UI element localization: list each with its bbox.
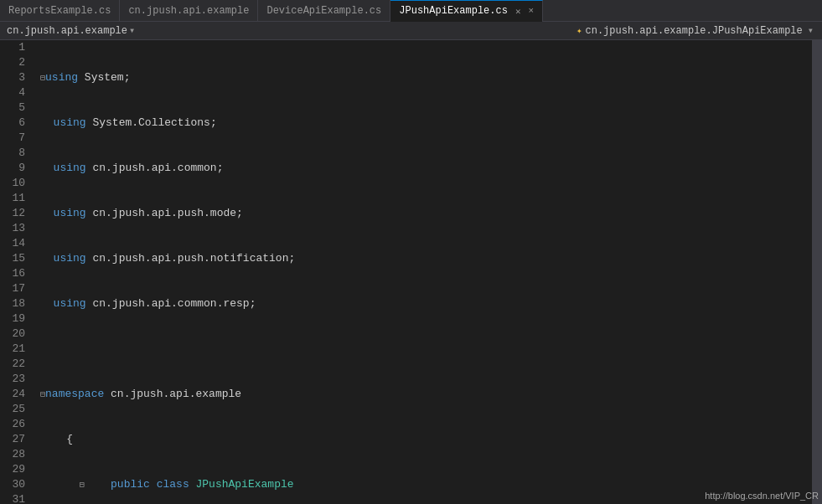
code-line-8: ⊟namespace cn.jpush.api.example xyxy=(40,387,812,402)
breadcrumb-namespace: cn.jpush.api.example ▾ xyxy=(7,24,137,37)
ln-19: 19 xyxy=(0,311,25,327)
code-line-1: ⊟using System; xyxy=(40,70,812,85)
ln-9: 9 xyxy=(0,161,25,176)
ln-17: 17 xyxy=(0,281,25,296)
ln-13: 13 xyxy=(0,221,25,236)
ln-29: 29 xyxy=(0,462,25,477)
breadcrumb-right-sep: ▾ xyxy=(808,24,814,37)
tab-label: JPushApiExample.cs xyxy=(399,5,508,17)
ln-16: 16 xyxy=(0,266,25,281)
code-line-4: using cn.jpush.api.push.mode; xyxy=(40,206,812,221)
tab-close-icon[interactable]: ✕ xyxy=(515,6,521,17)
ln-1: 1 xyxy=(0,40,25,55)
ln-20: 20 xyxy=(0,327,25,342)
editor-area: 1 2 3 4 5 6 7 8 9 10 11 12 13 14 15 16 1… xyxy=(0,40,822,504)
code-line-7 xyxy=(40,342,812,357)
code-line-9: { xyxy=(40,432,812,447)
code-line-6: using cn.jpush.api.common.resp; xyxy=(40,296,812,311)
ln-14: 14 xyxy=(0,236,25,251)
tab-namespace[interactable]: cn.jpush.api.example xyxy=(120,0,258,22)
tab-label: DeviceApiExample.cs xyxy=(266,5,381,17)
cs-icon: ✦ xyxy=(576,25,582,36)
breadcrumb-class-text: cn.jpush.api.example.JPushApiExample xyxy=(586,25,803,37)
ln-11: 11 xyxy=(0,191,25,206)
line-numbers: 1 2 3 4 5 6 7 8 9 10 11 12 13 14 15 16 1… xyxy=(0,40,32,504)
ln-8: 8 xyxy=(0,146,25,161)
ln-10: 10 xyxy=(0,176,25,191)
tab-label: cn.jpush.api.example xyxy=(128,5,249,17)
ln-27: 27 xyxy=(0,432,25,447)
tab-bar: ReportsExample.cs cn.jpush.api.example D… xyxy=(0,0,822,22)
code-line-5: using cn.jpush.api.push.notification; xyxy=(40,251,812,266)
ln-23: 23 xyxy=(0,372,25,387)
scrollbar[interactable] xyxy=(812,40,822,504)
code-line-10: ⊟ public class JPushApiExample xyxy=(40,477,812,492)
ln-3: 3 xyxy=(0,70,25,85)
ln-7: 7 xyxy=(0,131,25,146)
ln-5: 5 xyxy=(0,100,25,116)
tab-jpush[interactable]: JPushApiExample.cs ✕ × xyxy=(390,0,543,22)
tab-reports[interactable]: ReportsExample.cs xyxy=(0,0,120,22)
ln-21: 21 xyxy=(0,342,25,357)
ln-28: 28 xyxy=(0,447,25,462)
ln-25: 25 xyxy=(0,402,25,417)
code-line-3: using cn.jpush.api.common; xyxy=(40,161,812,176)
ln-12: 12 xyxy=(0,206,25,221)
code-line-2: using System.Collections; xyxy=(40,116,812,131)
ln-22: 22 xyxy=(0,357,25,372)
tab-pin-icon[interactable]: × xyxy=(529,6,535,16)
ln-31: 31 xyxy=(0,492,25,504)
ln-4: 4 xyxy=(0,85,25,100)
breadcrumb-right: ✦ cn.jpush.api.example.JPushApiExample ▾ xyxy=(576,24,815,37)
ln-18: 18 xyxy=(0,296,25,311)
tab-device[interactable]: DeviceApiExample.cs xyxy=(258,0,390,22)
ln-30: 30 xyxy=(0,477,25,492)
code-content: ⊟using System; using System.Collections;… xyxy=(32,40,812,504)
breadcrumb-sep: ▾ xyxy=(129,24,135,37)
ln-2: 2 xyxy=(0,55,25,70)
ln-15: 15 xyxy=(0,251,25,266)
tab-label: ReportsExample.cs xyxy=(8,5,111,17)
breadcrumb-text: cn.jpush.api.example xyxy=(7,25,127,37)
ln-26: 26 xyxy=(0,417,25,432)
breadcrumb-bar: cn.jpush.api.example ▾ ✦ cn.jpush.api.ex… xyxy=(0,22,822,40)
ln-6: 6 xyxy=(0,116,25,131)
ln-24: 24 xyxy=(0,387,25,402)
